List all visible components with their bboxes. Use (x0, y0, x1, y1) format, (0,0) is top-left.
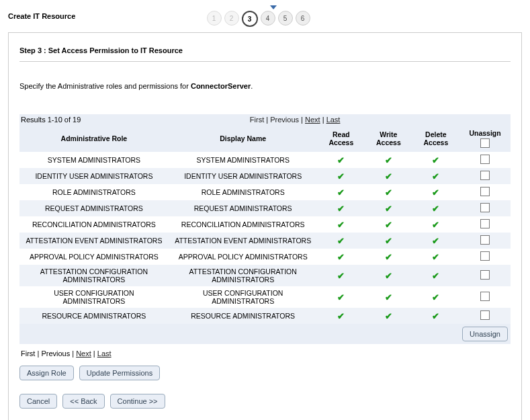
continue-button[interactable]: Continue >> (110, 394, 165, 409)
instruction-text: Specify the Administrative roles and per… (19, 82, 511, 90)
table-row: ROLE ADMINISTRATORSROLE ADMINISTRATORS✔✔… (19, 184, 511, 200)
step-6[interactable]: 6 (296, 11, 310, 26)
checkmark-icon: ✔ (385, 236, 392, 246)
role-cell: RECONCILIATION ADMINISTRATORS (19, 216, 169, 233)
update-permissions-button[interactable]: Update Permissions (79, 366, 160, 380)
checkmark-icon: ✔ (385, 204, 392, 214)
read-cell: ✔ (318, 286, 365, 308)
col-role: Administrative Role (19, 125, 169, 152)
display-cell: ATTESTATION CONFIGURATION ADMINISTRATORS (169, 265, 318, 286)
checkmark-icon: ✔ (337, 311, 345, 321)
checkmark-icon: ✔ (385, 292, 392, 302)
unassign-checkbox[interactable] (480, 292, 490, 301)
checkmark-icon: ✔ (432, 252, 439, 262)
delete-cell: ✔ (412, 184, 460, 200)
read-cell: ✔ (318, 168, 365, 184)
unassign-all-checkbox[interactable] (480, 138, 490, 148)
read-cell: ✔ (318, 200, 365, 216)
checkmark-icon: ✔ (337, 271, 345, 281)
read-cell: ✔ (318, 216, 365, 233)
back-button[interactable]: << Back (62, 394, 104, 409)
checkmark-icon: ✔ (385, 311, 392, 321)
unassign-cell (459, 233, 511, 249)
cancel-button[interactable]: Cancel (19, 394, 57, 409)
checkmark-icon: ✔ (385, 252, 392, 262)
role-cell: SYSTEM ADMINISTRATORS (19, 152, 169, 168)
table-row: APPROVAL POLICY ADMINISTRATORSAPPROVAL P… (19, 249, 511, 265)
unassign-checkbox[interactable] (480, 219, 490, 228)
write-cell: ✔ (365, 265, 412, 286)
write-cell: ✔ (365, 249, 412, 265)
table-row: ATTESTATION CONFIGURATION ADMINISTRATORS… (19, 265, 511, 286)
results-count: Results 1-10 of 19 (21, 116, 81, 124)
step-4[interactable]: 4 (261, 11, 275, 26)
role-cell: RESOURCE ADMINISTRATORS (19, 308, 169, 324)
step-5[interactable]: 5 (278, 11, 293, 26)
checkmark-icon: ✔ (337, 187, 345, 198)
role-cell: ROLE ADMINISTRATORS (19, 184, 169, 200)
col-unassign-label: Unassign (469, 129, 500, 137)
checkmark-icon: ✔ (432, 236, 439, 246)
unassign-checkbox[interactable] (480, 270, 490, 280)
instruction-prefix: Specify the Administrative roles and per… (19, 82, 191, 90)
read-cell: ✔ (318, 233, 365, 249)
unassign-cell (459, 249, 511, 265)
checkmark-icon: ✔ (432, 292, 439, 302)
resource-name: ConnectorServer (191, 82, 251, 90)
display-cell: SYSTEM ADMINISTRATORS (169, 152, 318, 168)
unassign-checkbox[interactable] (480, 187, 490, 196)
step-3: 3 (242, 11, 258, 27)
pager-first-bottom: First (21, 349, 35, 358)
pager-last[interactable]: Last (326, 116, 341, 124)
checkmark-icon: ✔ (385, 187, 392, 198)
role-cell: ATTESTATION CONFIGURATION ADMINISTRATORS (19, 265, 169, 286)
step-heading: Step 3 : Set Access Permission to IT Res… (19, 41, 511, 61)
delete-cell: ✔ (412, 308, 460, 324)
permissions-table: Administrative Role Display Name Read Ac… (19, 125, 511, 344)
table-row: RESOURCE ADMINISTRATORSRESOURCE ADMINIST… (19, 308, 511, 324)
unassign-checkbox[interactable] (480, 251, 490, 261)
checkmark-icon: ✔ (432, 171, 439, 181)
col-display: Display Name (169, 125, 318, 152)
unassign-cell (459, 184, 511, 200)
unassign-checkbox[interactable] (480, 155, 490, 164)
pager-last-bottom[interactable]: Last (97, 349, 112, 358)
checkmark-icon: ✔ (337, 220, 345, 230)
current-step-indicator-icon (270, 5, 277, 9)
col-write: Write Access (365, 125, 412, 152)
assign-role-button[interactable]: Assign Role (19, 366, 74, 380)
role-cell: ATTESTATION EVENT ADMINISTRATORS (19, 233, 169, 249)
pager-next-bottom[interactable]: Next (76, 349, 91, 358)
role-cell: IDENTITY USER ADMINISTRATORS (19, 168, 169, 184)
checkmark-icon: ✔ (432, 204, 439, 214)
display-cell: REQUEST ADMINISTRATORS (169, 200, 318, 216)
table-row: REQUEST ADMINISTRATORSREQUEST ADMINISTRA… (19, 200, 511, 216)
checkmark-icon: ✔ (337, 252, 345, 262)
pager-next[interactable]: Next (305, 116, 320, 124)
unassign-cell (459, 216, 511, 233)
unassign-checkbox[interactable] (480, 310, 490, 320)
table-row: SYSTEM ADMINISTRATORSSYSTEM ADMINISTRATO… (19, 152, 511, 168)
display-cell: RESOURCE ADMINISTRATORS (169, 308, 318, 324)
checkmark-icon: ✔ (337, 171, 345, 181)
write-cell: ✔ (365, 200, 412, 216)
write-cell: ✔ (365, 216, 412, 233)
pager-top: First | Previous | Next | Last (81, 116, 509, 124)
pager-first: First (250, 116, 264, 124)
checkmark-icon: ✔ (385, 220, 392, 230)
write-cell: ✔ (365, 152, 412, 168)
display-cell: APPROVAL POLICY ADMINISTRATORS (169, 249, 318, 265)
delete-cell: ✔ (412, 216, 460, 233)
step-2: 2 (224, 11, 239, 26)
unassign-cell (459, 308, 511, 324)
unassign-checkbox[interactable] (480, 235, 490, 245)
checkmark-icon: ✔ (337, 155, 345, 165)
write-cell: ✔ (365, 184, 412, 200)
unassign-checkbox[interactable] (480, 171, 490, 180)
checkmark-icon: ✔ (432, 220, 439, 230)
unassign-checkbox[interactable] (480, 203, 490, 212)
checkmark-icon: ✔ (432, 311, 439, 321)
display-cell: USER CONFIGURATION ADMINISTRATORS (169, 286, 318, 308)
unassign-button[interactable]: Unassign (462, 327, 508, 341)
checkmark-icon: ✔ (385, 155, 392, 165)
